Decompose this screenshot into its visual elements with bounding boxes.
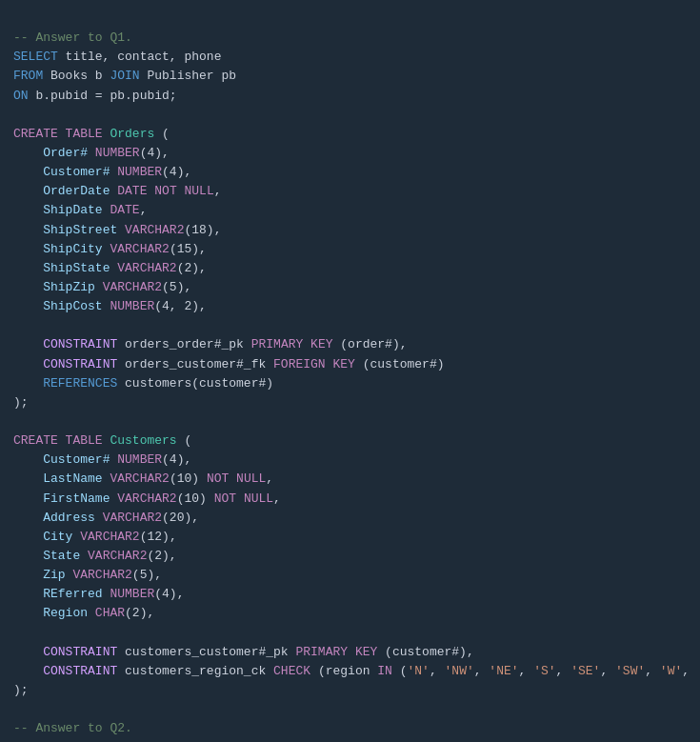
select-kw: SELECT	[13, 50, 58, 64]
code-editor: -- Answer to Q1. SELECT title, contact, …	[13, 10, 687, 742]
comment-q1: -- Answer to Q1.	[13, 30, 132, 45]
